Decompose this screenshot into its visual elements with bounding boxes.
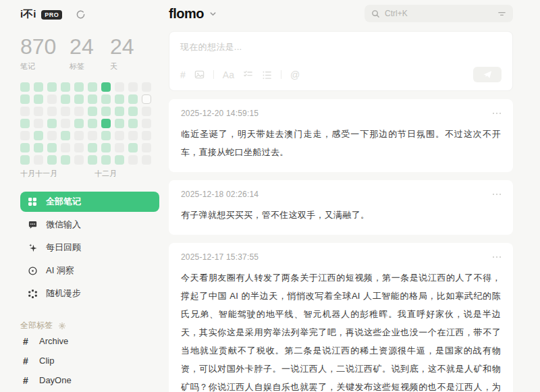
heatmap-cell <box>88 94 97 104</box>
month-label-dec: 十二月 <box>94 169 117 179</box>
hash-icon: # <box>23 336 31 347</box>
hash-icon: # <box>23 356 31 366</box>
search-input[interactable] <box>385 9 493 18</box>
activity-heatmap: 十月十一月 十二月 <box>20 82 159 179</box>
heatmap-cell <box>20 94 30 104</box>
heatmap-cell <box>20 82 30 92</box>
user-row: i不i PRO <box>20 8 159 21</box>
heatmap-cell <box>74 155 84 165</box>
note-content: 有子弹就想买买买，管不住这双手，又满融了。 <box>181 206 501 224</box>
heatmap-cell <box>88 119 97 128</box>
heatmap-cell <box>142 131 151 140</box>
more-options-icon[interactable] <box>493 113 502 115</box>
heatmap-cell <box>101 94 111 104</box>
refresh-icon[interactable] <box>76 9 86 20</box>
heatmap-cell <box>115 94 124 104</box>
heatmap-cell <box>88 155 97 165</box>
list-icon[interactable] <box>262 69 272 80</box>
tag-label: Clip <box>39 356 54 366</box>
heatmap-cell <box>101 143 111 152</box>
composer-placeholder[interactable]: 现在的想法是... <box>180 41 502 53</box>
tags-header-label: 全部标签 <box>20 320 53 331</box>
tag-item-clip[interactable]: # Clip <box>20 351 159 370</box>
more-options-icon[interactable] <box>493 256 502 258</box>
heatmap-cell <box>61 143 70 152</box>
more-options-icon[interactable] <box>493 194 502 196</box>
hash-icon[interactable]: # <box>180 69 186 80</box>
stats-row: 870 笔记 24 标签 24 天 <box>20 36 159 72</box>
heatmap-cell <box>74 107 84 116</box>
heatmap-cell <box>128 82 138 92</box>
note-content: 今天看朋友圈有人转发了两条关于江西的短视频，第一条是说江西的人了不得，撑起了中国… <box>181 269 501 392</box>
heatmap-cell <box>115 82 124 92</box>
flomo-logo: flomo <box>169 6 204 22</box>
stat-notes-value: 870 <box>20 36 70 57</box>
text-format-icon[interactable]: Aa <box>223 69 234 80</box>
heatmap-cell <box>47 94 57 104</box>
heatmap-cell <box>47 131 57 140</box>
note-composer[interactable]: 现在的想法是... # Aa <box>169 31 513 91</box>
stat-tags-value: 24 <box>70 36 110 57</box>
note-timestamp: 2025-12-20 14:59:15 <box>181 109 259 118</box>
sidebar-item-daily-review[interactable]: 每日回顾 <box>20 237 159 258</box>
heatmap-cell <box>128 143 138 152</box>
heatmap-cell <box>61 155 70 165</box>
heatmap-cell <box>101 82 111 92</box>
note-card: 2025-12-20 14:59:15 临近圣诞了，明天带娃去澳门走走，感受一下… <box>169 99 513 172</box>
heatmap-cell <box>61 94 70 104</box>
note-card: 2025-12-18 02:26:14 有子弹就想买买买，管不住这双手，又满融了… <box>169 180 513 235</box>
sidebar-item-wechat-input[interactable]: 微信输入 <box>20 215 159 235</box>
chevron-down-icon[interactable] <box>209 10 217 18</box>
note-header: 2025-12-18 02:26:14 <box>181 190 501 199</box>
toolbar-divider <box>213 70 214 79</box>
heatmap-cell <box>34 155 43 165</box>
heatmap-cell <box>74 143 84 152</box>
heatmap-cell <box>34 94 43 104</box>
search-box[interactable] <box>364 5 513 22</box>
note-timestamp: 2025-12-18 02:26:14 <box>181 190 259 199</box>
stat-notes-label: 笔记 <box>20 61 70 72</box>
sidebar-menu: 全部笔记 微信输入 每日回顾 <box>20 192 159 304</box>
mention-icon[interactable]: @ <box>290 69 300 80</box>
heatmap-cell <box>115 143 124 152</box>
heatmap-cell <box>34 131 43 140</box>
grid-icon <box>27 196 38 207</box>
heatmap-cell <box>142 155 151 165</box>
gear-icon[interactable] <box>58 322 66 330</box>
toolbar-divider <box>281 70 281 79</box>
stat-days-label: 天 <box>110 61 159 72</box>
heatmap-cell <box>74 119 84 128</box>
heatmap-cell <box>34 143 43 152</box>
hash-icon: # <box>23 375 31 386</box>
heatmap-cell <box>74 82 84 92</box>
send-button[interactable] <box>473 67 502 82</box>
target-icon <box>27 265 38 276</box>
month-label-oct-nov: 十月十一月 <box>20 169 57 179</box>
heatmap-cell <box>101 107 111 116</box>
heatmap-month-labels: 十月十一月 十二月 <box>20 169 159 179</box>
note-header: 2025-12-17 15:37:55 <box>181 252 501 262</box>
filter-icon[interactable] <box>497 9 506 18</box>
tag-item-archive[interactable]: # Archive <box>20 331 159 351</box>
sidebar-item-ai-insight[interactable]: AI 洞察 <box>20 260 159 281</box>
heatmap-cell <box>142 94 151 104</box>
image-icon[interactable] <box>194 69 205 80</box>
tag-item-dayone[interactable]: # DayOne <box>20 370 159 390</box>
sidebar-item-random-walk[interactable]: 随机漫步 <box>20 283 159 304</box>
heatmap-cell <box>61 119 70 128</box>
heatmap-cell <box>34 107 43 116</box>
tag-label: DayOne <box>39 375 72 385</box>
heatmap-cell <box>128 131 138 140</box>
sidebar-item-all-notes[interactable]: 全部笔记 <box>20 192 159 212</box>
note-card: 2025-12-17 15:37:55 今天看朋友圈有人转发了两条关于江西的短视… <box>169 243 513 392</box>
heatmap-cell <box>101 155 111 165</box>
heatmap-cell <box>88 131 97 140</box>
checklist-icon[interactable] <box>243 69 253 80</box>
heatmap-grid <box>20 82 159 165</box>
heatmap-cell <box>128 94 138 104</box>
main-content: flomo 现在的想法是... # <box>169 0 513 392</box>
heatmap-cell <box>47 143 57 152</box>
heatmap-cell <box>115 119 124 128</box>
heatmap-cell <box>101 119 111 128</box>
sparkle-icon <box>27 242 38 253</box>
